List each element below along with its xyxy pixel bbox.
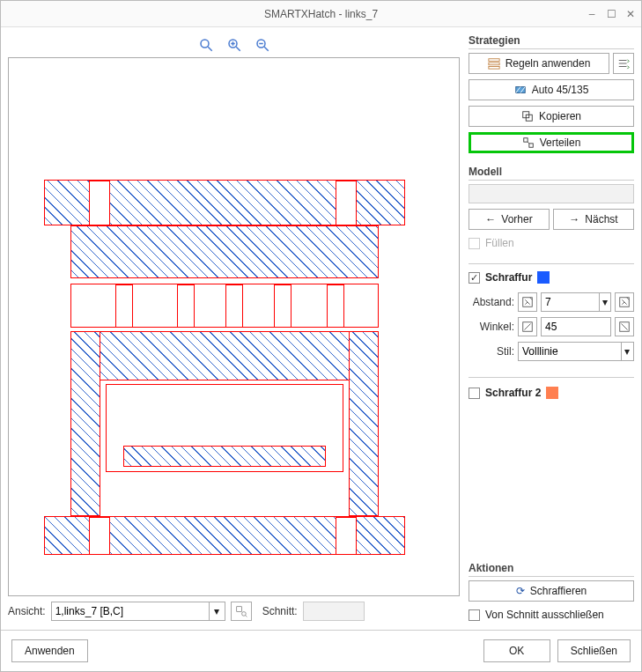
apply-rules-button[interactable]: Regeln anwenden bbox=[469, 53, 609, 74]
view-pick-button[interactable] bbox=[231, 602, 252, 621]
stil-label: Stil: bbox=[469, 345, 514, 358]
zoom-fit-icon[interactable] bbox=[198, 37, 214, 55]
model-field bbox=[469, 184, 634, 203]
ok-button[interactable]: OK bbox=[483, 639, 550, 662]
zoom-in-icon[interactable] bbox=[226, 37, 242, 55]
modell-group: Modell ← Vorher → Nächst Füllen bbox=[469, 166, 634, 258]
chevron-down-icon[interactable]: ▾ bbox=[622, 342, 634, 361]
close-icon[interactable]: ✕ bbox=[625, 9, 636, 19]
next-button[interactable]: → Nächst bbox=[553, 209, 634, 230]
exclude-label: Von Schnitt ausschließen bbox=[485, 609, 604, 621]
abstand-label: Abstand: bbox=[469, 296, 514, 308]
next-label: Nächst bbox=[585, 213, 617, 225]
apply-button[interactable]: Anwenden bbox=[11, 639, 88, 662]
prev-label: Vorher bbox=[501, 213, 532, 225]
view-label: Ansicht: bbox=[8, 605, 46, 617]
svg-rect-21 bbox=[529, 144, 533, 147]
abstand-input[interactable] bbox=[541, 292, 600, 312]
svg-line-28 bbox=[622, 324, 628, 330]
ok-label: OK bbox=[509, 645, 524, 657]
svg-line-1 bbox=[208, 47, 212, 51]
close-label: Schließen bbox=[571, 645, 617, 657]
schnitt-label: Schnitt: bbox=[262, 605, 298, 617]
winkel-row: Winkel: bbox=[469, 317, 634, 336]
close-button[interactable]: Schließen bbox=[557, 639, 631, 662]
schraffur-group: Schraffur Abstand: ▾ bbox=[469, 263, 634, 361]
svg-rect-14 bbox=[489, 67, 499, 70]
distribute-label: Verteilen bbox=[540, 137, 581, 149]
svg-line-11 bbox=[245, 616, 247, 617]
chevron-down-icon[interactable]: ▾ bbox=[600, 292, 611, 312]
part-insert-bar bbox=[123, 446, 326, 467]
svg-rect-15 bbox=[515, 87, 525, 93]
schraffur-color-swatch[interactable] bbox=[537, 271, 550, 284]
titlebar: SMARTXHatch - links_7 – ☐ ✕ bbox=[1, 1, 641, 27]
app-window: SMARTXHatch - links_7 – ☐ ✕ bbox=[0, 0, 642, 672]
strategien-group: Strategien Regeln anwenden Auto 45/135 bbox=[469, 34, 634, 153]
fill-checkbox bbox=[469, 238, 480, 249]
abstand-increase-button[interactable] bbox=[615, 292, 634, 312]
abstand-decrease-button[interactable] bbox=[518, 292, 537, 312]
group-title-modell: Modell bbox=[469, 166, 634, 181]
fill-label: Füllen bbox=[485, 237, 514, 249]
schraffieren-label: Schraffieren bbox=[530, 585, 587, 597]
part-right-pillar bbox=[349, 331, 379, 516]
drawing-canvas[interactable] bbox=[8, 57, 460, 596]
prev-button[interactable]: ← Vorher bbox=[469, 209, 550, 230]
schraffieren-button[interactable]: ⟳ Schraffieren bbox=[469, 580, 634, 602]
auto-label: Auto 45/135 bbox=[532, 84, 589, 96]
fill-checkbox-row: Füllen bbox=[469, 237, 634, 249]
part-top-flange bbox=[44, 180, 405, 225]
distribute-button[interactable]: Verteilen bbox=[469, 132, 634, 153]
schraffur2-group: Schraffur 2 bbox=[469, 377, 634, 399]
svg-point-10 bbox=[241, 612, 246, 617]
winkel-input[interactable] bbox=[541, 317, 611, 336]
view-combo[interactable]: ▾ bbox=[51, 602, 225, 621]
left-pane: Ansicht: ▾ Schnitt: bbox=[8, 34, 460, 630]
view-row: Ansicht: ▾ Schnitt: bbox=[8, 596, 460, 630]
svg-line-22 bbox=[528, 142, 529, 144]
auto-45-135-button[interactable]: Auto 45/135 bbox=[469, 79, 634, 100]
exclude-checkbox[interactable] bbox=[469, 609, 480, 621]
part-slab bbox=[70, 331, 379, 380]
abstand-row: Abstand: ▾ bbox=[469, 292, 634, 312]
schraffur2-checkbox[interactable] bbox=[469, 388, 480, 399]
winkel-right-button[interactable] bbox=[615, 317, 634, 336]
svg-line-7 bbox=[264, 47, 269, 51]
zoom-toolbar bbox=[8, 34, 460, 57]
copy-button[interactable]: Kopieren bbox=[469, 106, 634, 127]
rules-settings-button[interactable] bbox=[613, 53, 634, 74]
stil-row: Stil: ▾ bbox=[469, 342, 634, 361]
arrow-left-icon: ← bbox=[485, 213, 496, 225]
apply-label: Anwenden bbox=[25, 645, 75, 657]
schraffur-checkbox[interactable] bbox=[469, 272, 480, 284]
winkel-label: Winkel: bbox=[469, 321, 514, 333]
svg-line-3 bbox=[236, 47, 240, 51]
refresh-icon: ⟳ bbox=[516, 585, 525, 597]
maximize-icon[interactable]: ☐ bbox=[606, 9, 616, 19]
winkel-left-button[interactable] bbox=[518, 317, 537, 336]
svg-rect-13 bbox=[489, 63, 499, 65]
schnitt-field bbox=[303, 602, 365, 621]
minimize-icon[interactable]: – bbox=[587, 9, 597, 19]
side-pane: Strategien Regeln anwenden Auto 45/135 bbox=[469, 34, 634, 630]
schraffur2-label: Schraffur 2 bbox=[485, 387, 541, 399]
chevron-down-icon[interactable]: ▾ bbox=[210, 602, 225, 621]
svg-point-0 bbox=[201, 40, 209, 48]
part-spacer-row bbox=[70, 284, 379, 328]
zoom-out-icon[interactable] bbox=[255, 37, 270, 55]
schraffur-label: Schraffur bbox=[485, 271, 532, 284]
content-area: Ansicht: ▾ Schnitt: Strategien Regel bbox=[1, 27, 641, 630]
stil-input[interactable] bbox=[518, 342, 622, 361]
window-title: SMARTXHatch - links_7 bbox=[264, 8, 378, 20]
window-controls: – ☐ ✕ bbox=[587, 1, 636, 26]
group-title-aktionen: Aktionen bbox=[469, 562, 634, 577]
footer: Anwenden OK Schließen bbox=[1, 630, 641, 671]
aktionen-group: Aktionen ⟳ Schraffieren Von Schnitt auss… bbox=[469, 562, 634, 630]
group-title-strategien: Strategien bbox=[469, 34, 634, 49]
svg-rect-12 bbox=[489, 59, 499, 62]
part-left-pillar bbox=[70, 331, 100, 516]
svg-rect-9 bbox=[236, 607, 241, 612]
view-input[interactable] bbox=[51, 602, 210, 621]
schraffur2-color-swatch[interactable] bbox=[546, 387, 558, 399]
